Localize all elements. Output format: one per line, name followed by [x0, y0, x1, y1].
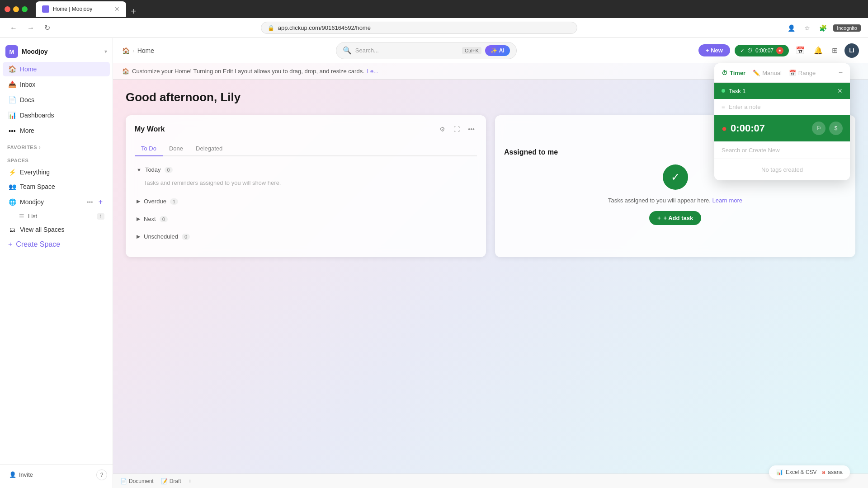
tags-empty-message: No tags created	[714, 159, 850, 180]
draft-status-item[interactable]: 📝 Draft	[161, 478, 181, 484]
team-space-label: Team Space	[20, 183, 104, 190]
status-add-icon: +	[189, 478, 192, 484]
window-maximize-button[interactable]	[22, 6, 28, 12]
add-status-button[interactable]: +	[189, 478, 192, 484]
tab-close-button[interactable]: ✕	[114, 5, 120, 13]
unscheduled-section-header[interactable]: ▶ Unscheduled 0	[135, 230, 477, 243]
tab-done[interactable]: Done	[163, 141, 189, 156]
sidebar: M Moodjoy ▾ 🏠 Home 📥 Inbox 📄 Docs 📊 Dash…	[0, 38, 113, 488]
sidebar-item-everything[interactable]: ⚡ Everything	[3, 165, 110, 179]
sidebar-inbox-label: Inbox	[20, 81, 35, 88]
my-work-card: My Work ⚙ ⛶ ••• To Do Done Delega	[126, 115, 486, 257]
draft-label: Draft	[170, 478, 181, 484]
timer-task-status-dot	[722, 89, 725, 93]
excel-csv-import-button[interactable]: 📊 Excel & CSV	[776, 469, 817, 475]
profile-icon-button[interactable]: 👤	[785, 23, 798, 33]
document-status-item[interactable]: 📄 Document	[120, 478, 154, 484]
address-bar[interactable]: 🔒 app.clickup.com/9016164592/home	[261, 22, 577, 34]
timer-tab-manual[interactable]: ✏️ Manual	[753, 70, 782, 76]
apps-grid-icon-button[interactable]: ⊞	[830, 44, 840, 57]
browser-navbar: ← → ↻ 🔒 app.clickup.com/9016164592/home …	[0, 18, 868, 38]
overdue-section-name: Overdue	[144, 198, 166, 205]
next-toggle-icon: ▶	[137, 216, 140, 222]
tab-todo[interactable]: To Do	[135, 141, 163, 156]
more-icon: •••	[8, 127, 16, 135]
create-space-plus-icon: +	[8, 240, 12, 249]
tags-search-area[interactable]	[714, 141, 850, 159]
window-close-button[interactable]	[5, 6, 10, 12]
view-all-spaces-icon: 🗂	[8, 225, 16, 234]
topbar-search[interactable]: 🔍 Search... Ctrl+K ✨ AI	[336, 42, 517, 59]
sidebar-item-docs[interactable]: 📄 Docs	[3, 93, 110, 107]
my-work-settings-button[interactable]: ⚙	[437, 124, 448, 134]
sidebar-item-home[interactable]: 🏠 Home	[3, 62, 110, 76]
user-avatar[interactable]: LI	[844, 43, 859, 58]
sidebar-subitem-list[interactable]: ☰ List 1	[3, 211, 110, 222]
task-section-unscheduled: ▶ Unscheduled 0	[135, 230, 477, 243]
nav-forward-button[interactable]: →	[24, 22, 37, 34]
nav-back-button[interactable]: ←	[7, 22, 20, 34]
list-icon: ☰	[19, 213, 24, 220]
timer-note-area[interactable]: ≡ Enter a note	[714, 99, 850, 115]
nav-refresh-button[interactable]: ↻	[42, 22, 53, 34]
my-work-more-button[interactable]: •••	[466, 124, 477, 134]
browser-window-controls[interactable]	[5, 6, 28, 12]
incognito-badge: Incognito	[833, 24, 861, 32]
ai-button[interactable]: ✨ AI	[485, 45, 510, 56]
extensions-button[interactable]: 🧩	[816, 23, 830, 33]
team-space-icon: 👥	[8, 183, 16, 191]
banner-link[interactable]: Le...	[367, 68, 378, 75]
new-button[interactable]: + New	[698, 44, 730, 56]
inbox-icon: 📥	[8, 80, 16, 89]
sidebar-item-inbox[interactable]: 📥 Inbox	[3, 77, 110, 92]
tab-delegated[interactable]: Delegated	[189, 141, 229, 156]
timer-badge[interactable]: ✓ ⏱ 0:00:07 ■	[735, 45, 789, 56]
sidebar-item-view-all-spaces[interactable]: 🗂 View all Spaces	[3, 223, 110, 236]
timer-task-close-button[interactable]: ✕	[837, 87, 843, 94]
browser-tab-list: Home | Moojooy ✕ +	[31, 1, 863, 17]
notifications-icon-button[interactable]: 🔔	[811, 44, 825, 57]
browser-titlebar: Home | Moojooy ✕ +	[0, 0, 868, 18]
topbar: 🏠 › Home 🔍 Search... Ctrl+K ✨ AI +	[113, 38, 868, 63]
workspace-name: Moodjoy	[22, 48, 101, 55]
ai-icon: ✨	[491, 47, 497, 54]
today-section-header[interactable]: ▼ Today 0	[135, 164, 477, 176]
calendar-icon-button[interactable]: 📅	[793, 44, 807, 57]
timer-tab-timer[interactable]: ⏱ Timer	[722, 70, 745, 76]
task-section-next: ▶ Next 0	[135, 213, 477, 225]
next-section-header[interactable]: ▶ Next 0	[135, 213, 477, 225]
timer-tab-range[interactable]: 📅 Range	[789, 70, 816, 76]
learn-more-link[interactable]: Learn more	[712, 197, 742, 204]
my-work-expand-button[interactable]: ⛶	[451, 124, 462, 134]
asana-label: asana	[828, 469, 843, 475]
new-tab-button[interactable]: +	[127, 6, 140, 17]
timer-tab-manual-icon: ✏️	[753, 70, 760, 76]
workspace-avatar: M	[5, 45, 18, 58]
bookmark-icon-button[interactable]: ☆	[802, 23, 813, 33]
sidebar-more-label: More	[20, 127, 34, 134]
add-task-button[interactable]: + + Add task	[649, 211, 701, 225]
sidebar-item-more[interactable]: ••• More	[3, 123, 110, 138]
tab-title: Home | Moojooy	[53, 6, 111, 12]
overdue-section-header[interactable]: ▶ Overdue 1	[135, 195, 477, 207]
window-minimize-button[interactable]	[13, 6, 19, 12]
moodjoy-add-button[interactable]: +	[97, 197, 104, 207]
help-button[interactable]: ?	[96, 469, 107, 480]
workspace-header[interactable]: M Moodjoy ▾	[0, 42, 113, 61]
sidebar-item-dashboards[interactable]: 📊 Dashboards	[3, 108, 110, 122]
asana-import-button[interactable]: a asana	[822, 469, 843, 475]
create-space-button[interactable]: + Create Space	[3, 237, 110, 252]
timer-dollar-button[interactable]: $	[829, 122, 843, 135]
sidebar-item-team-space[interactable]: 👥 Team Space	[3, 180, 110, 193]
browser-tab-active[interactable]: Home | Moojooy ✕	[36, 1, 126, 17]
moodjoy-options-button[interactable]: •••	[85, 197, 95, 207]
timer-panel-close-button[interactable]: −	[839, 69, 843, 77]
timer-task-name-text: Task 1	[729, 88, 746, 94]
sidebar-item-moodjoy[interactable]: 🌐 Moodjoy ••• +	[3, 194, 110, 210]
timer-flag-button[interactable]: ⚐	[812, 122, 826, 135]
create-space-label: Create Space	[16, 240, 60, 249]
tab-favicon	[42, 5, 49, 13]
invite-button[interactable]: 👤 Invite	[5, 469, 37, 481]
timer-stop-button[interactable]: ■	[776, 47, 783, 54]
tags-search-input[interactable]	[722, 147, 843, 154]
